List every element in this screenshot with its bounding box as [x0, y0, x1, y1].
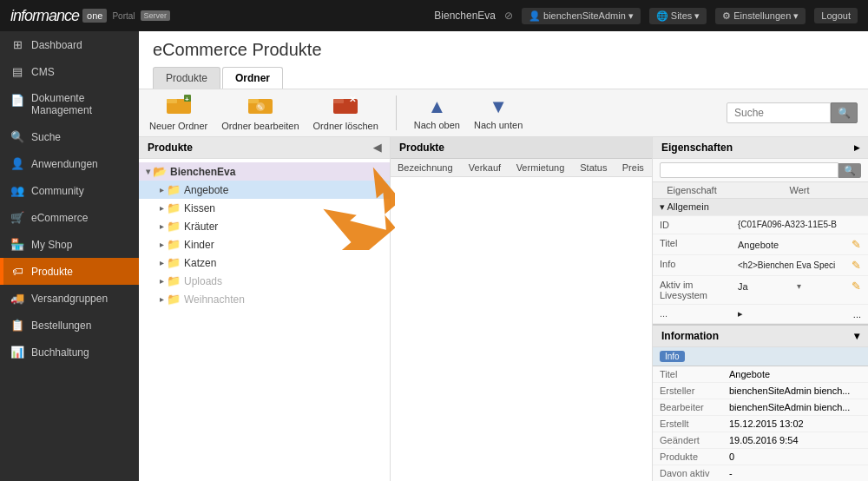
- tree-item-katzen[interactable]: ▸ 📁 Katzen: [139, 254, 390, 272]
- sidebar-item-produkte[interactable]: 🏷 Produkte ◀: [0, 258, 139, 285]
- prop-group-allgemein: ▾ Allgemein: [653, 199, 868, 216]
- info-edit-icon[interactable]: ✎: [852, 259, 861, 272]
- ordner-bearbeiten-button[interactable]: ✎ Ordner bearbeiten: [221, 95, 299, 131]
- properties-panel: Eigenschaften ▸ 🔍 Eigenschaft Wert: [653, 137, 868, 481]
- info-row-produkte: Produkte 0: [653, 449, 868, 465]
- prop-row-aktiv: Aktiv im Livesystem Ja ▾ ✎: [653, 276, 868, 305]
- community-icon: 👥: [10, 184, 24, 197]
- sites-icon: 🌐: [656, 10, 668, 22]
- tree-toggle-kinder[interactable]: ▸: [156, 240, 167, 249]
- neuer-ordner-button[interactable]: + Neuer Ordner: [149, 95, 207, 131]
- sidebar-item-anwendungen[interactable]: 👤 Anwendungen: [0, 150, 139, 177]
- svg-text:✎: ✎: [257, 103, 264, 112]
- properties-header[interactable]: Eigenschaften ▸: [653, 137, 868, 159]
- prop-col-value: Wert: [731, 182, 868, 199]
- tree-toggle-kraeuter[interactable]: ▸: [156, 221, 167, 231]
- svg-rect-1: [167, 99, 177, 103]
- aktiv-dropdown-icon[interactable]: ▾: [797, 281, 801, 291]
- cms-icon: ▤: [10, 65, 24, 78]
- tree-toggle-weihnachten[interactable]: ▸: [156, 294, 167, 304]
- tree-item-kinder[interactable]: ▸ 📁 Kinder: [139, 235, 390, 254]
- versandgruppen-icon: 🚚: [10, 292, 24, 305]
- ordner-loeschen-button[interactable]: ✕ Ordner löschen: [313, 95, 378, 131]
- info-row-davon-aktiv: Davon aktiv -: [653, 465, 868, 482]
- tree-item-kissen[interactable]: ▸ 📁 Kissen: [139, 199, 390, 217]
- sidebar-item-buchhaltung[interactable]: 📊 Buchhaltung: [0, 339, 139, 366]
- collapse-icon[interactable]: ◀: [373, 142, 381, 154]
- logo-portal: Portal: [112, 11, 135, 21]
- dokumente-icon: 📄: [10, 94, 24, 107]
- chevron-down-icon: ▾: [694, 10, 700, 22]
- tree-toggle-angebote[interactable]: ▸: [156, 185, 167, 194]
- settings-icon: ⚙: [722, 10, 731, 22]
- admin-user-button[interactable]: 👤 bienchenSiteAdmin ▾: [522, 8, 641, 24]
- myshop-icon: 🏪: [10, 238, 24, 251]
- sidebar-item-bestellungen[interactable]: 📋 Bestellungen: [0, 312, 139, 339]
- logo-one: one: [82, 9, 107, 23]
- tree-toggle-katzen[interactable]: ▸: [156, 258, 167, 267]
- root-folder-icon: 📂: [153, 165, 167, 178]
- settings-button[interactable]: ⚙ Einstellungen ▾: [715, 8, 806, 24]
- col-preis: Preis: [615, 159, 652, 177]
- prop-group-toggle[interactable]: ▾: [660, 201, 665, 212]
- file-tree-panel: Produkte ◀ ▾ 📂 BienchenEva ▸ 📁 Angebote: [139, 137, 391, 481]
- toolbar-divider: [396, 96, 397, 130]
- tree-item-kraeuter[interactable]: ▸ 📁 Kräuter: [139, 217, 390, 235]
- info-row-ersteller: Ersteller bienchenSiteAdmin biench...: [653, 383, 868, 399]
- sidebar-item-dokumente[interactable]: 📄 DokumenteManagement: [0, 85, 139, 123]
- info-row-bearbeiter: Bearbeiter bienchenSiteAdmin biench...: [653, 399, 868, 416]
- folder-delete-icon: ✕: [333, 95, 358, 119]
- product-table-panel: Produkte Bezeichnung Verkauf Vermietung …: [391, 137, 653, 481]
- tree-toggle-kissen[interactable]: ▸: [156, 203, 167, 213]
- logout-button[interactable]: Logout: [814, 8, 858, 23]
- file-tree-header: Produkte ◀: [139, 137, 390, 159]
- active-arrow-icon: ◀: [134, 263, 139, 280]
- tree-root[interactable]: ▾ 📂 BienchenEva: [139, 162, 390, 181]
- aktiv-edit-icon[interactable]: ✎: [852, 280, 861, 293]
- search-button[interactable]: 🔍: [831, 102, 858, 123]
- svg-rect-9: [333, 99, 344, 103]
- folder-new-icon: +: [167, 95, 191, 119]
- col-vermietung: Vermietung: [510, 159, 574, 177]
- sites-button[interactable]: 🌐 Sites ▾: [649, 8, 707, 24]
- nach-unten-button[interactable]: ▼ Nach unten: [474, 96, 523, 130]
- tab-produkte[interactable]: Produkte: [153, 67, 220, 89]
- content-area: Produkte ◀ ▾ 📂 BienchenEva ▸ 📁 Angebote: [139, 137, 868, 481]
- prop-row-extra: ... ▸ ...: [653, 305, 868, 324]
- info-badge: Info: [660, 351, 685, 362]
- tree-item-weihnachten[interactable]: ▸ 📁 Weihnachten: [139, 290, 390, 308]
- kraeuter-folder-icon: 📁: [167, 220, 181, 233]
- sidebar-item-community[interactable]: 👥 Community: [0, 177, 139, 204]
- tree-toggle-uploads[interactable]: ▸: [156, 276, 167, 286]
- sidebar-item-myshop[interactable]: 🏪 My Shop: [0, 231, 139, 258]
- page-header: eCommerce Produkte Produkte Ordner: [139, 31, 868, 89]
- tree-item-angebote[interactable]: ▸ 📁 Angebote: [139, 181, 390, 199]
- tab-ordner[interactable]: Ordner: [222, 67, 283, 89]
- nach-oben-button[interactable]: ▲ Nach oben: [414, 96, 460, 130]
- sidebar-item-suche[interactable]: 🔍 Suche: [0, 123, 139, 150]
- info-section-header[interactable]: Information ▾: [653, 326, 868, 347]
- titel-edit-icon[interactable]: ✎: [852, 238, 861, 251]
- user-icon: ⊘: [504, 10, 513, 22]
- uploads-folder-icon: 📁: [167, 274, 181, 287]
- properties-search-button[interactable]: 🔍: [838, 163, 861, 178]
- tree-item-uploads[interactable]: ▸ 📁 Uploads: [139, 272, 390, 290]
- topbar: informance one Portal Server BienchenEva…: [0, 0, 868, 31]
- product-table-header: Produkte: [391, 137, 652, 159]
- buchhaltung-icon: 📊: [10, 346, 24, 359]
- sidebar-item-versandgruppen[interactable]: 🚚 Versandgruppen: [0, 285, 139, 312]
- up-icon: ▲: [427, 96, 446, 118]
- suche-icon: 🔍: [10, 130, 24, 143]
- info-badge-row: Info: [653, 347, 868, 366]
- chevron-down-icon: ▾: [793, 10, 799, 22]
- properties-search-input[interactable]: [660, 162, 838, 178]
- produkte-icon: 🏷: [10, 265, 24, 278]
- sidebar-item-ecommerce[interactable]: 🛒 eCommerce: [0, 204, 139, 231]
- kinder-folder-icon: 📁: [167, 238, 181, 251]
- sidebar-item-dashboard[interactable]: ⊞ Dashboard: [0, 31, 139, 58]
- weihnachten-folder-icon: 📁: [167, 293, 181, 306]
- search-input[interactable]: [727, 102, 831, 123]
- sidebar-item-cms[interactable]: ▤ CMS: [0, 58, 139, 85]
- tree-toggle-root[interactable]: ▾: [142, 167, 153, 176]
- properties-search: 🔍: [653, 159, 868, 182]
